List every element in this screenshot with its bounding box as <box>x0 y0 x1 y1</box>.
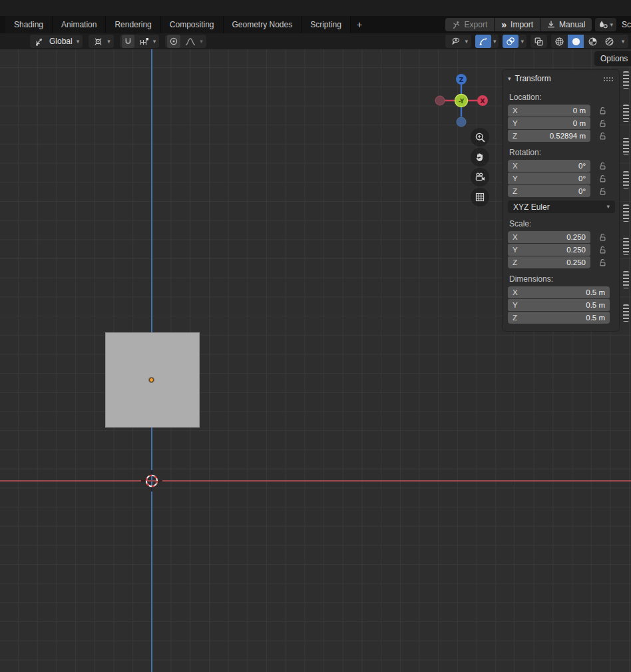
shading-rendered-button[interactable] <box>601 35 617 48</box>
viewport-header-right: ▾ ▾ ▾ <box>445 35 628 48</box>
chevron-down-icon: ▾ <box>610 22 613 28</box>
scale-x-row: X 0.250 <box>508 231 615 243</box>
workspace-tab-scripting[interactable]: Scripting <box>302 16 351 33</box>
download-icon <box>547 21 555 29</box>
show-gizmo-toggle[interactable] <box>475 35 491 48</box>
svg-text:X: X <box>480 97 485 105</box>
zoom-button[interactable] <box>471 128 489 147</box>
svg-text:-Y: -Y <box>459 98 465 105</box>
snapping-group: ▾ <box>120 35 160 48</box>
chevron-down-icon: ▾ <box>622 39 625 45</box>
chevron-down-icon: ▾ <box>107 39 110 45</box>
falloff-curve-icon[interactable] <box>184 35 197 48</box>
dimensions-z-row: Z 0.5 m <box>508 312 615 324</box>
camera-icon <box>475 172 486 182</box>
gizmo-neg-x-ball[interactable] <box>435 96 445 105</box>
gizmo-x-ball[interactable]: X <box>477 95 488 106</box>
location-z-lock[interactable] <box>590 132 615 141</box>
cursor-3d <box>140 470 163 492</box>
proportional-editing-toggle[interactable] <box>167 35 180 48</box>
workspace-tab-rendering[interactable]: Rendering <box>106 16 160 33</box>
snap-magnet-toggle[interactable] <box>122 35 134 48</box>
object-visibility-dropdown[interactable]: ▾ <box>445 35 471 48</box>
location-x-lock[interactable] <box>590 107 615 115</box>
scale-z-lock[interactable] <box>590 258 615 267</box>
export-button[interactable]: Export <box>445 18 495 31</box>
pan-button[interactable] <box>471 148 489 167</box>
scale-y-lock[interactable] <box>590 246 615 254</box>
dimensions-y-field[interactable]: Y 0.5 m <box>508 299 610 311</box>
location-x-field[interactable]: X 0 m <box>508 105 590 117</box>
magnifier-plus-icon <box>475 132 486 143</box>
dimensions-z-field[interactable]: Z 0.5 m <box>508 312 610 324</box>
location-y-lock[interactable] <box>590 119 615 128</box>
show-gizmo-group: ▾ <box>475 35 499 48</box>
workspace-tab-animation[interactable]: Animation <box>53 16 106 33</box>
scene-selector-dropdown[interactable]: ▾ <box>595 18 616 31</box>
rotation-y-lock[interactable] <box>590 174 615 183</box>
location-y-field[interactable]: Y 0 m <box>508 117 590 129</box>
workspace-tab-compositing[interactable]: Compositing <box>161 16 224 33</box>
workspace-tab-shading[interactable]: Shading <box>5 16 53 33</box>
sidebar-tab[interactable] <box>623 105 629 122</box>
ortho-grid-button[interactable] <box>471 188 489 206</box>
shading-wireframe-button[interactable] <box>551 35 567 48</box>
topbar-strip <box>0 0 631 16</box>
panel-collapse-chevron[interactable]: ▾ <box>508 76 511 82</box>
rotation-mode-dropdown[interactable]: XYZ Euler ▾ <box>508 200 615 213</box>
rotation-x-lock[interactable] <box>590 162 615 170</box>
rotation-x-field[interactable]: X 0° <box>508 160 590 172</box>
scale-y-field[interactable]: Y 0.250 <box>508 244 590 256</box>
dimensions-y-row: Y 0.5 m <box>508 299 615 311</box>
rotation-y-field[interactable]: Y 0° <box>508 172 590 184</box>
rotation-z-field[interactable]: Z 0° <box>508 185 590 197</box>
add-workspace-button[interactable]: + <box>351 16 368 33</box>
xray-toggle[interactable] <box>530 35 547 48</box>
chevron-down-icon: ▾ <box>606 204 610 210</box>
gizmo-neg-y-ball[interactable]: -Y <box>455 95 468 107</box>
options-dropdown[interactable]: Options ▾ <box>594 51 631 66</box>
sidebar-tab[interactable] <box>623 304 629 322</box>
shading-dropdown[interactable]: ▾ <box>618 35 628 48</box>
rotation-x-row: X 0° <box>508 160 615 172</box>
rotation-z-lock[interactable] <box>590 187 615 196</box>
snap-target-icon[interactable] <box>138 35 150 48</box>
viewport-3d[interactable]: Z X -Y Options ▾ ▾ Transfo <box>0 49 631 672</box>
chevron-down-icon: ▾ <box>521 39 524 45</box>
scale-label: Scale: <box>509 219 615 228</box>
pivot-point-dropdown[interactable]: ▾ <box>89 35 114 48</box>
navigation-gizmo[interactable]: Z X -Y <box>431 70 493 131</box>
scale-x-field[interactable]: X 0.250 <box>508 231 590 243</box>
transform-panel: ▾ Transform Location: X 0 m Y 0 m <box>503 70 619 331</box>
manual-button[interactable]: Manual <box>540 18 592 31</box>
sidebar-tab[interactable] <box>623 71 629 89</box>
panel-drag-grip[interactable] <box>603 77 614 81</box>
export-import-manual-group: Export » Import Manual <box>445 18 592 31</box>
camera-view-button[interactable] <box>471 168 489 186</box>
show-overlays-group: ▾ <box>503 35 526 48</box>
chevron-down-icon: ▾ <box>153 39 156 45</box>
dimensions-x-field[interactable]: X 0.5 m <box>508 286 610 298</box>
sidebar-tab[interactable] <box>623 171 629 188</box>
gizmo-z-ball[interactable]: Z <box>456 74 467 85</box>
eye-icon <box>449 35 462 48</box>
sidebar-tab[interactable] <box>623 138 629 155</box>
scale-x-lock[interactable] <box>590 233 615 242</box>
transform-panel-header[interactable]: ▾ Transform <box>503 70 619 87</box>
workspace-tab-geometry-nodes[interactable]: Geometry Nodes <box>224 16 302 33</box>
sidebar-tab[interactable] <box>623 271 629 288</box>
show-overlays-toggle[interactable] <box>503 35 519 48</box>
location-z-field[interactable]: Z 0.52894 m <box>508 130 590 142</box>
panel-title: Transform <box>515 74 551 83</box>
gizmo-neg-z-ball[interactable] <box>457 117 466 127</box>
scale-z-field[interactable]: Z 0.250 <box>508 256 590 268</box>
chevron-down-icon: ▾ <box>493 39 497 45</box>
shading-solid-button[interactable] <box>568 35 584 48</box>
scale-y-row: Y 0.250 <box>508 244 615 256</box>
import-button[interactable]: » Import <box>495 18 540 31</box>
sidebar-tab[interactable] <box>623 204 629 222</box>
scale-z-row: Z 0.250 <box>508 256 615 268</box>
shading-material-preview-button[interactable] <box>584 35 600 48</box>
transform-orientation-dropdown[interactable]: Global ▾ <box>30 35 83 48</box>
sidebar-tab[interactable] <box>623 238 629 255</box>
